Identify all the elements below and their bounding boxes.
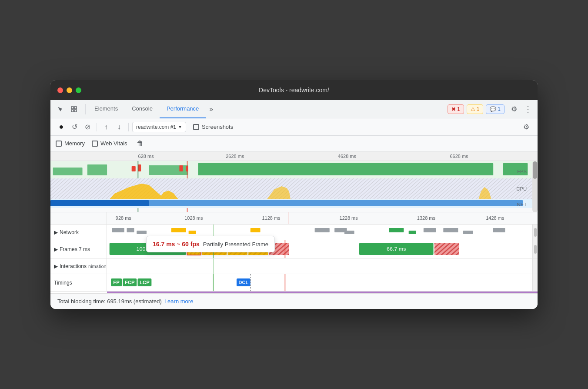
svg-rect-30 (315, 228, 330, 232)
warning-count: 1 (477, 106, 480, 112)
interactions-label[interactable]: ▶ Interactions nimation (50, 258, 107, 274)
tab-performance[interactable]: Performance (160, 100, 206, 118)
interactions-text: Interactions (60, 263, 87, 269)
error-count: 1 (457, 106, 460, 112)
svg-rect-21 (50, 200, 149, 206)
top-marker-6628: 6628 ms (450, 154, 468, 159)
webvitals-checkbox[interactable] (92, 141, 98, 147)
svg-rect-0 (71, 107, 74, 109)
timings-label: Timings (50, 274, 107, 291)
more-options-icon[interactable]: ⋮ (522, 103, 534, 115)
download-button[interactable]: ↓ (114, 121, 125, 133)
svg-rect-3 (74, 110, 77, 112)
screenshots-label: Screenshots (193, 124, 233, 130)
blocking-time-text: Total blocking time: 695.19ms (estimated… (57, 298, 162, 305)
titlebar: DevTools - readwrite.com/ (50, 80, 538, 100)
svg-rect-37 (463, 231, 473, 234)
toolbar-divider-1 (97, 123, 97, 131)
svg-rect-38 (493, 228, 505, 232)
settings-icon[interactable]: ⚙ (508, 103, 520, 115)
toolbar-divider-2 (128, 123, 129, 131)
interaction-highlight (107, 292, 538, 293)
profile-name: readwrite.com #1 (136, 124, 176, 130)
ruler-928ms: 928 ms (116, 215, 131, 221)
reload-button[interactable]: ↺ (69, 121, 80, 133)
svg-rect-33 (389, 228, 404, 232)
ruler-1428ms: 1428 ms (486, 215, 504, 221)
tab-more-button[interactable]: » (206, 100, 217, 118)
ruler-1328ms: 1328 ms (417, 215, 435, 221)
memory-checkbox-label[interactable]: Memory (56, 140, 85, 147)
svg-rect-6 (87, 164, 107, 175)
tab-console[interactable]: Console (125, 100, 160, 118)
minimize-button[interactable] (67, 87, 72, 93)
record-button[interactable]: ● (56, 121, 67, 133)
close-button[interactable] (57, 87, 63, 93)
maximize-button[interactable] (76, 87, 81, 93)
learn-more-link[interactable]: Learn more (164, 298, 193, 305)
tab-divider (85, 104, 86, 114)
svg-rect-24 (112, 228, 124, 232)
error-icon: ✖ (451, 106, 456, 112)
svg-rect-26 (137, 231, 147, 234)
error-badge[interactable]: ✖ 1 (448, 104, 464, 114)
webvitals-label: Web Vitals (100, 140, 127, 147)
status-bar: Total blocking time: 695.19ms (estimated… (50, 293, 538, 309)
info-count: 1 (498, 106, 501, 112)
timings-text: Timings (54, 280, 72, 286)
svg-rect-28 (189, 231, 196, 234)
performance-panel: 628 ms 2628 ms 4628 ms 6628 ms (50, 151, 538, 293)
performance-toolbar: ● ↺ ⊘ ↑ ↓ readwrite.com #1 ▼ Screenshots… (50, 118, 538, 136)
timings-content: FP FCP LCP DCL (107, 274, 532, 291)
inspect-icon[interactable] (68, 103, 80, 115)
fps-cpu-net-chart[interactable]: FPS CPU (50, 161, 538, 212)
svg-rect-32 (344, 231, 354, 234)
info-icon: 💬 (490, 106, 496, 112)
svg-text:FP: FP (113, 280, 120, 285)
svg-text:NET: NET (517, 202, 527, 207)
toolbar-settings-icon[interactable]: ⚙ (520, 121, 532, 133)
svg-rect-12 (179, 165, 183, 171)
svg-text:66.7 ms: 66.7 ms (387, 246, 406, 252)
devtools-window: DevTools - readwrite.com/ Elements (50, 80, 538, 309)
svg-rect-5 (53, 168, 83, 175)
interactions-track: ▶ Interactions nimation (50, 258, 538, 274)
svg-rect-36 (443, 228, 458, 232)
profile-select[interactable]: readwrite.com #1 ▼ (132, 122, 186, 132)
svg-rect-34 (409, 231, 416, 234)
info-badge[interactable]: 💬 1 (486, 104, 504, 114)
cursor-icon[interactable] (54, 103, 66, 115)
tab-elements[interactable]: Elements (87, 100, 125, 118)
clear-timings-button[interactable]: 🗑 (134, 138, 146, 149)
tab-badges: ✖ 1 ⚠ 1 💬 1 (448, 104, 504, 114)
svg-rect-11 (138, 164, 141, 171)
top-marker-4628: 4628 ms (338, 154, 356, 159)
track-scrollbar[interactable] (534, 228, 537, 237)
network-label[interactable]: ▶ Network (50, 225, 107, 240)
clear-button[interactable]: ⊘ (82, 121, 93, 133)
svg-rect-1 (74, 107, 77, 109)
svg-text:FPS: FPS (517, 169, 527, 174)
tab-settings: ⚙ ⋮ (508, 103, 534, 115)
interactions-animation-text: nimation (88, 264, 107, 269)
tab-icons (54, 103, 80, 115)
memory-checkbox[interactable] (56, 141, 62, 147)
frames-arrow: ▶ (54, 246, 58, 252)
frames-scrollbar[interactable] (534, 245, 537, 254)
svg-rect-27 (171, 228, 186, 232)
frames-label[interactable]: ▶ Frames 7 ms (50, 240, 107, 258)
upload-button[interactable]: ↑ (100, 121, 112, 133)
ruler-1128ms: 1128 ms (262, 215, 280, 221)
svg-rect-22 (149, 200, 523, 206)
webvitals-checkbox-label[interactable]: Web Vitals (92, 140, 127, 147)
svg-text:DCL: DCL (238, 280, 249, 285)
warning-icon: ⚠ (471, 106, 475, 112)
scrollbar-thumb[interactable] (533, 161, 537, 179)
top-marker-628: 628 ms (138, 154, 154, 159)
warning-badge[interactable]: ⚠ 1 (467, 104, 484, 114)
tooltip-text: Partially Presented Frame (203, 241, 268, 248)
screenshots-checkbox[interactable] (193, 124, 199, 130)
ruler-1028ms: 1028 ms (184, 215, 203, 221)
timings-track: Timings FP FCP LCP DCL (50, 274, 538, 292)
tooltip-fps: 16.7 ms ~ 60 fps (153, 241, 200, 248)
